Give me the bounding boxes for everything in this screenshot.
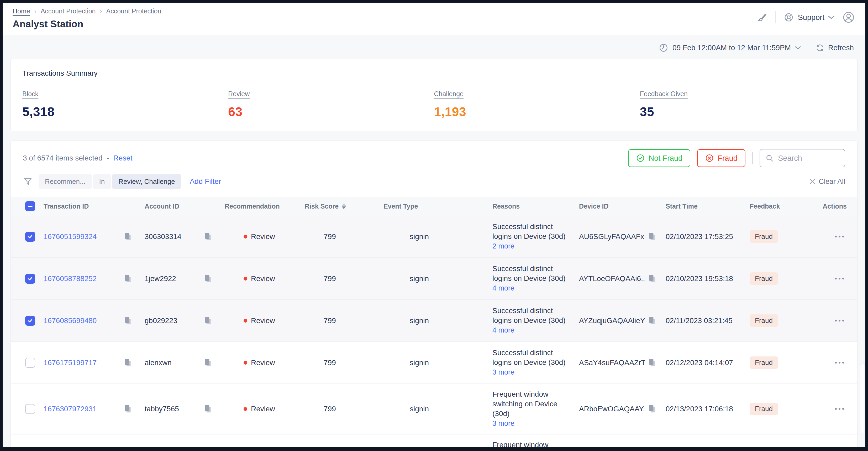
review-status-dot bbox=[244, 407, 247, 411]
column-header-start-time[interactable]: Start Time bbox=[665, 202, 750, 210]
reason-text: Frequent window switching on Device (30d… bbox=[492, 390, 557, 418]
filter-row: Recommen... In Review, Challenge Add Fil… bbox=[11, 174, 857, 189]
actions-cell bbox=[810, 405, 849, 413]
more-reasons-link[interactable]: 4 more bbox=[492, 284, 515, 292]
transaction-id-link[interactable]: 1676051599324 bbox=[43, 232, 97, 241]
breadcrumb-home[interactable]: Home bbox=[12, 7, 30, 15]
scrollbar-thumb[interactable] bbox=[860, 363, 865, 433]
copy-icon[interactable] bbox=[124, 275, 131, 283]
filter-operator-chip[interactable]: In bbox=[93, 174, 111, 189]
top-header: Home › Account Protection › Account Prot… bbox=[3, 3, 865, 35]
column-header-account-id[interactable]: Account ID bbox=[145, 202, 225, 210]
copy-icon[interactable] bbox=[648, 316, 656, 325]
transaction-id-cell: 1676307972931 bbox=[43, 405, 145, 413]
reasons-cell: Successful distinct logins on Device (30… bbox=[492, 342, 579, 383]
transaction-id-link[interactable]: 1676058788252 bbox=[43, 275, 97, 283]
reasons-cell: Successful distinct logins on Device (30… bbox=[492, 300, 579, 341]
sort-icon[interactable] bbox=[342, 203, 346, 209]
filter-field-chip[interactable]: Recommen... bbox=[39, 174, 92, 189]
row-checkbox[interactable] bbox=[25, 358, 35, 368]
column-header-feedback[interactable]: Feedback bbox=[750, 202, 810, 210]
metric-feedback-given-label[interactable]: Feedback Given bbox=[640, 90, 688, 98]
copy-icon[interactable] bbox=[204, 232, 212, 241]
ellipsis-icon[interactable] bbox=[832, 405, 847, 413]
copy-icon[interactable] bbox=[648, 359, 656, 367]
column-header-event-type[interactable]: Event Type bbox=[383, 202, 492, 210]
more-reasons-link[interactable]: 4 more bbox=[492, 326, 515, 334]
metric-block-label[interactable]: Block bbox=[22, 90, 38, 98]
fraud-button[interactable]: Fraud bbox=[697, 149, 745, 167]
row-checkbox-cell bbox=[25, 404, 43, 414]
copy-icon[interactable] bbox=[124, 359, 131, 367]
metric-review: Review 63 bbox=[228, 90, 434, 119]
more-reasons-link[interactable]: 3 more bbox=[492, 420, 515, 427]
metric-challenge-value: 1,193 bbox=[434, 105, 640, 119]
filter-value-chip[interactable]: Review, Challenge bbox=[112, 174, 181, 189]
search-icon bbox=[765, 154, 774, 162]
add-filter-link[interactable]: Add Filter bbox=[190, 177, 221, 186]
more-reasons-link[interactable]: 3 more bbox=[492, 368, 515, 376]
reset-selection-link[interactable]: Reset bbox=[113, 154, 132, 162]
copy-icon[interactable] bbox=[124, 405, 131, 413]
reasons-cell: Frequent window switching on Device (30d… bbox=[492, 384, 579, 434]
chevron-down-icon bbox=[795, 46, 801, 50]
column-header-device-id[interactable]: Device ID bbox=[579, 202, 665, 210]
table-row: 1676175199717 alenxwn Review 799 signin … bbox=[11, 342, 857, 384]
ellipsis-icon[interactable] bbox=[832, 317, 847, 324]
refresh-icon bbox=[815, 43, 825, 52]
risk-score-label: Risk Score bbox=[305, 202, 339, 210]
close-icon bbox=[809, 178, 815, 185]
transaction-id-link[interactable]: 1676085699480 bbox=[43, 316, 97, 325]
copy-icon[interactable] bbox=[648, 405, 656, 413]
row-checkbox[interactable] bbox=[25, 316, 35, 326]
account-id-cell: tabby7565 bbox=[145, 405, 225, 413]
ellipsis-icon[interactable] bbox=[832, 359, 847, 366]
selection-controls-row: 3 of 6574 items selected - Reset Not Fra… bbox=[11, 149, 857, 167]
more-reasons-link[interactable]: 2 more bbox=[492, 242, 515, 250]
transaction-id-link[interactable]: 1676307972931 bbox=[43, 405, 97, 413]
refresh-button[interactable]: Refresh bbox=[815, 43, 854, 52]
column-header-transaction-id[interactable]: Transaction ID bbox=[43, 202, 145, 210]
recommendation-value: Review bbox=[251, 275, 275, 283]
metric-review-label[interactable]: Review bbox=[228, 90, 250, 98]
copy-icon[interactable] bbox=[124, 316, 131, 325]
row-checkbox[interactable] bbox=[25, 232, 35, 242]
row-checkbox[interactable] bbox=[25, 274, 35, 284]
recommendation-cell: Review bbox=[225, 359, 305, 367]
not-fraud-label: Not Fraud bbox=[649, 154, 682, 163]
brush-icon[interactable] bbox=[756, 12, 767, 23]
support-menu[interactable]: Support bbox=[783, 12, 834, 23]
copy-icon[interactable] bbox=[204, 275, 212, 283]
breadcrumb-account-protection-1[interactable]: Account Protection bbox=[41, 7, 96, 15]
copy-icon[interactable] bbox=[204, 405, 212, 413]
recommendation-value: Review bbox=[251, 232, 275, 241]
copy-icon[interactable] bbox=[648, 232, 656, 241]
reasons-cell: Successful distinct logins on Device (30… bbox=[492, 258, 579, 299]
reason-text: Successful distinct logins on Device (30… bbox=[492, 348, 566, 366]
reasons-cell: Frequent window switching on Device (30d… bbox=[492, 434, 579, 451]
table-row: 1676307972931 tabby7565 Review 799 signi… bbox=[11, 384, 857, 434]
user-avatar-icon[interactable] bbox=[842, 11, 855, 24]
copy-icon[interactable] bbox=[204, 316, 212, 325]
ellipsis-icon[interactable] bbox=[832, 275, 847, 282]
transactions-table-card: 3 of 6574 items selected - Reset Not Fra… bbox=[10, 140, 858, 451]
copy-icon[interactable] bbox=[124, 232, 131, 241]
date-range-picker[interactable]: 09 Feb 12:00AM to 12 Mar 11:59PM bbox=[659, 43, 801, 53]
column-header-reasons[interactable]: Reasons bbox=[492, 202, 579, 210]
copy-icon[interactable] bbox=[204, 359, 212, 367]
row-checkbox[interactable] bbox=[25, 404, 35, 414]
copy-icon[interactable] bbox=[648, 275, 656, 283]
start-time-cell: 02/10/2023 17:53:25 bbox=[665, 232, 750, 241]
ellipsis-icon[interactable] bbox=[832, 233, 847, 240]
filter-chip-group: Recommen... In Review, Challenge bbox=[39, 174, 181, 189]
select-all-checkbox[interactable] bbox=[25, 201, 35, 211]
column-header-risk-score[interactable]: Risk Score bbox=[305, 202, 383, 210]
transaction-id-link[interactable]: 1676175199717 bbox=[43, 359, 97, 367]
selection-summary: 3 of 6574 items selected - Reset bbox=[23, 154, 132, 162]
column-header-recommendation[interactable]: Recommendation bbox=[225, 202, 305, 210]
metric-challenge-label[interactable]: Challenge bbox=[434, 90, 464, 98]
feedback-badge: Fraud bbox=[750, 314, 778, 327]
not-fraud-button[interactable]: Not Fraud bbox=[628, 149, 690, 167]
search-input[interactable] bbox=[778, 154, 839, 163]
clear-all-button[interactable]: Clear All bbox=[809, 177, 845, 186]
